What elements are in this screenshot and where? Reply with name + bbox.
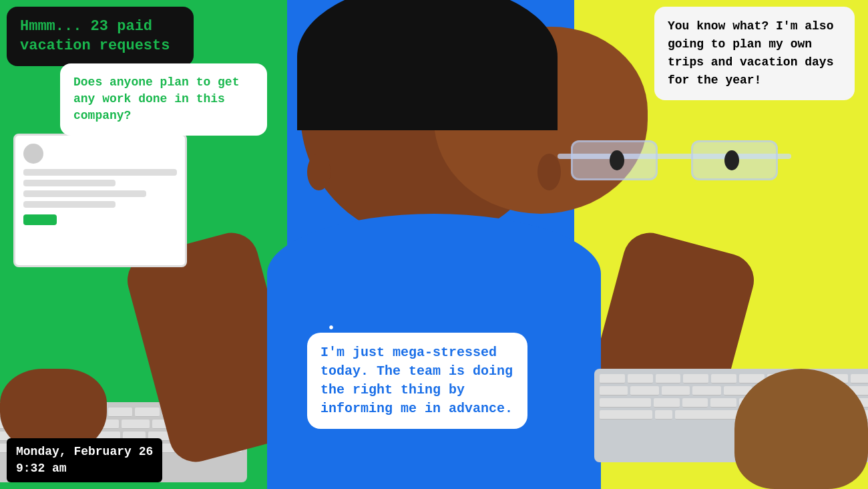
key [710, 398, 736, 408]
key [600, 398, 651, 408]
bubble-work-question: Does anyone plan to get any work done in… [60, 63, 267, 136]
key [135, 408, 160, 417]
eye-pupil-left [610, 150, 624, 170]
key [692, 386, 720, 395]
monitor-line-2 [23, 180, 116, 186]
monitor-content [15, 136, 185, 233]
character-ear-left [307, 154, 331, 190]
character-ear-right [537, 154, 561, 190]
monitor-screen [13, 134, 187, 267]
bubble-vacation-count: Hmmm... 23 paid vacation requests [7, 7, 194, 66]
key [656, 374, 681, 383]
glasses-lens-left [571, 140, 658, 180]
key [600, 374, 625, 383]
timestamp-day: Monday, February 26 [16, 444, 153, 460]
monitor-button [23, 214, 57, 225]
bubble-plan-trips: You know what? I'm also going to plan my… [654, 7, 855, 100]
monitor-avatar [23, 144, 43, 164]
key [711, 374, 736, 383]
key [630, 386, 658, 395]
eye-pupil-right [724, 150, 739, 170]
main-scene: Hmmm... 23 paid vacation requests Does a… [0, 0, 868, 489]
key [851, 374, 868, 383]
key [628, 374, 653, 383]
monitor-line-4 [23, 201, 116, 208]
timestamp: Monday, February 26 9:32 am [7, 438, 162, 482]
key [600, 386, 628, 395]
character-hand-right [734, 369, 868, 489]
key [655, 410, 672, 420]
key [662, 386, 690, 395]
monitor-line-3 [23, 190, 146, 197]
timestamp-time: 9:32 am [16, 460, 153, 477]
key [108, 408, 133, 417]
bubble-stressed: I'm just mega-stressed today. The team i… [307, 333, 527, 429]
key [122, 420, 150, 429]
monitor-line-1 [23, 169, 177, 176]
character-glasses [558, 140, 791, 187]
character-hair [297, 0, 558, 130]
key [683, 374, 708, 383]
key [654, 398, 680, 408]
key [600, 410, 652, 420]
key [682, 398, 708, 408]
glasses-lens-right [691, 140, 778, 180]
